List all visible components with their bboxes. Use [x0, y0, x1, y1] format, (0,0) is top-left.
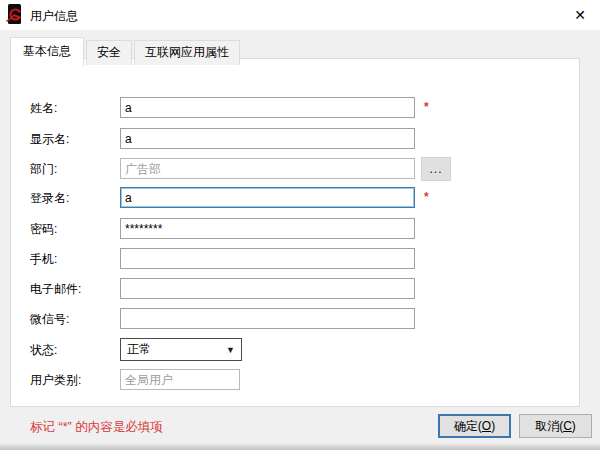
tab-security[interactable]: 安全 — [86, 40, 132, 65]
required-fields-note: 标记 “*” 的内容是必填项 — [30, 419, 163, 436]
login-name-label: 登录名: — [30, 190, 69, 207]
ok-button[interactable]: 确定(O) — [438, 414, 511, 438]
password-input[interactable] — [120, 218, 415, 239]
name-input[interactable] — [120, 97, 415, 118]
login-name-input[interactable] — [120, 187, 415, 208]
status-select[interactable]: 正常 ▼ — [120, 338, 242, 361]
mobile-input[interactable] — [120, 248, 415, 269]
status-label: 状态: — [30, 342, 57, 359]
department-label: 部门: — [30, 161, 57, 178]
user-category-input[interactable] — [120, 369, 240, 390]
department-browse-button[interactable]: ... — [421, 157, 451, 181]
close-icon[interactable]: ✕ — [570, 6, 590, 24]
status-selected-value: 正常 — [127, 341, 226, 358]
app-logo-icon — [5, 4, 24, 25]
tab-basic-info[interactable]: 基本信息 — [10, 37, 84, 66]
name-label: 姓名: — [30, 100, 57, 117]
title-bar: 用户信息 ✕ — [0, 0, 600, 30]
window-bottom-shadow — [0, 443, 600, 450]
password-label: 密码: — [30, 221, 57, 238]
chevron-down-icon: ▼ — [226, 345, 235, 355]
user-category-label: 用户类别: — [30, 372, 81, 389]
email-input[interactable] — [120, 278, 415, 299]
name-required-asterisk: * — [424, 100, 429, 114]
cancel-button[interactable]: 取消(C) — [519, 414, 592, 438]
display-name-label: 显示名: — [30, 131, 69, 148]
wechat-input[interactable] — [120, 308, 415, 329]
tab-internet-app-props[interactable]: 互联网应用属性 — [134, 40, 240, 65]
tab-bar: 基本信息 安全 互联网应用属性 — [10, 37, 242, 65]
department-input[interactable] — [120, 158, 415, 179]
window-title: 用户信息 — [30, 8, 78, 25]
mobile-label: 手机: — [30, 251, 57, 268]
email-label: 电子邮件: — [30, 281, 81, 298]
display-name-input[interactable] — [120, 128, 415, 149]
login-required-asterisk: * — [424, 190, 429, 204]
wechat-label: 微信号: — [30, 311, 69, 328]
user-info-dialog: 用户信息 ✕ 基本信息 安全 互联网应用属性 姓名: * 显示名: 部门: ..… — [0, 0, 600, 450]
